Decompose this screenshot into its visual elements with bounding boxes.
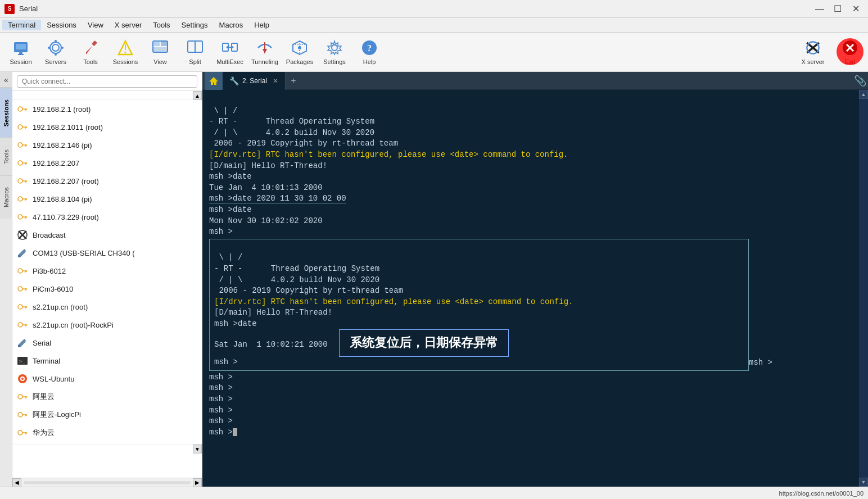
menu-bar: Terminal Sessions View X server Tools Se… xyxy=(0,18,868,33)
sidebar-scroll-up[interactable]: ▲ xyxy=(193,91,202,100)
tab-bar: 🔧 2. Serial ✕ + 📎 xyxy=(202,72,868,90)
menu-tools[interactable]: Tools xyxy=(147,20,175,30)
term-line-6: msh >date xyxy=(209,172,252,181)
term-line-7: Tue Jan 4 10:01:13 2000 xyxy=(209,183,323,192)
close-button[interactable]: ✕ xyxy=(848,3,864,15)
sidebar-item-ip7[interactable]: 47.110.73.229 (root) xyxy=(12,208,202,226)
term-line-19: Sat Jan 1 10:02:21 2000系统复位后，日期保存异常 xyxy=(214,340,509,349)
sidebar-item-ip3[interactable]: 192.168.2.146 (pi) xyxy=(12,136,202,154)
term-line-17: [D/main] Hello RT-Thread! xyxy=(214,308,332,317)
sessions-label: Sessions xyxy=(113,58,138,65)
sidebar-item-com13[interactable]: COM13 (USB-SERIAL CH340 ( xyxy=(12,244,202,262)
exit-button[interactable]: Exit xyxy=(837,38,864,65)
tab-serial-close[interactable]: ✕ xyxy=(273,77,278,85)
xserver-button[interactable]: X server xyxy=(794,34,832,69)
key-icon-4 xyxy=(17,157,28,169)
servers-label: Servers xyxy=(45,58,66,65)
sidebar-label-picm3: PiCm3-6010 xyxy=(33,285,73,293)
collapse-tab[interactable]: « xyxy=(0,72,12,88)
hscroll-right[interactable]: ▶ xyxy=(193,478,202,487)
sidebar-item-wsl[interactable]: WSL-Ubuntu xyxy=(12,370,202,388)
term-line-9: msh >date xyxy=(209,205,252,214)
svg-rect-16 xyxy=(161,41,168,46)
term-line-0: \ | / xyxy=(209,106,237,115)
sidebar-scroll-down[interactable]: ▼ xyxy=(193,444,202,453)
side-tab-container: « Sessions Tools Macros xyxy=(0,72,12,487)
sidebar-item-broadcast[interactable]: Broadcast xyxy=(12,226,202,244)
tab-add-button[interactable]: + xyxy=(286,72,301,90)
sessions-button[interactable]: Sessions xyxy=(109,34,142,69)
svg-text:?: ? xyxy=(367,43,372,53)
key-icon-9 xyxy=(17,283,28,294)
split-button[interactable]: Split xyxy=(179,34,211,69)
term-line-26: msh > xyxy=(209,416,233,425)
tools-side-tab[interactable]: Tools xyxy=(0,138,12,175)
view-button[interactable]: View xyxy=(144,34,177,69)
sidebar-item-pi3b[interactable]: Pi3b-6012 xyxy=(12,262,202,280)
sidebar-item-ip5[interactable]: 192.168.2.207 (root) xyxy=(12,172,202,190)
terminal-cursor xyxy=(233,428,237,436)
tab-serial[interactable]: 🔧 2. Serial ✕ xyxy=(223,72,286,90)
svg-point-56 xyxy=(18,179,22,183)
menu-view[interactable]: View xyxy=(82,20,109,30)
key-icon-14 xyxy=(17,427,28,438)
sidebar-item-aliyun[interactable]: 阿里云 xyxy=(12,388,202,406)
servers-button[interactable]: Servers xyxy=(39,34,72,69)
sidebar-item-s221[interactable]: s2.21up.cn (root) xyxy=(12,298,202,316)
vscroll-track xyxy=(859,99,868,478)
hscroll-track xyxy=(24,481,191,484)
hscroll-left[interactable]: ◀ xyxy=(12,478,21,487)
settings-button[interactable]: Settings xyxy=(318,34,351,69)
help-button[interactable]: ? Help xyxy=(353,34,386,69)
sidebar-label-ip6: 192.168.8.104 (pi) xyxy=(33,195,92,203)
maximize-button[interactable]: ☐ xyxy=(830,3,846,15)
menu-settings[interactable]: Settings xyxy=(176,20,214,30)
menu-sessions[interactable]: Sessions xyxy=(41,20,82,30)
sidebar-label-aliyun2: 阿里云-LogicPi xyxy=(33,410,81,420)
sidebar-item-terminal[interactable]: >_ Terminal xyxy=(12,352,202,370)
menu-help[interactable]: Help xyxy=(248,20,275,30)
sidebar-item-serial[interactable]: Serial xyxy=(12,334,202,352)
term-box-start: \ | / - RT - Thread Operating System / |… xyxy=(209,239,749,371)
tab-home-button[interactable] xyxy=(205,72,223,90)
sidebar-label-ip1: 192.168.2.1 (root) xyxy=(33,105,91,114)
menu-macros[interactable]: Macros xyxy=(214,20,249,30)
tunneling-button[interactable]: Tunneling xyxy=(248,34,281,69)
svg-point-84 xyxy=(18,323,22,327)
session-button[interactable]: Session xyxy=(4,34,37,69)
sidebar-item-s221rock[interactable]: s2.21up.cn (root)-RockPi xyxy=(12,316,202,334)
term-rtc-warning-2: [I/drv.rtc] RTC hasn't been configured, … xyxy=(214,297,573,306)
svg-point-31 xyxy=(332,45,337,51)
vscroll-up[interactable]: ▲ xyxy=(859,90,868,99)
sidebar-item-ip4[interactable]: 192.168.2.207 xyxy=(12,154,202,172)
tools-button[interactable]: Tools xyxy=(74,34,107,69)
svg-point-80 xyxy=(18,305,22,309)
svg-rect-3 xyxy=(18,54,24,55)
search-input[interactable] xyxy=(17,75,197,88)
menu-xserver[interactable]: X server xyxy=(109,20,147,30)
sidebar-item-aliyun2[interactable]: 阿里云-LogicPi xyxy=(12,406,202,424)
minimize-button[interactable]: — xyxy=(812,3,828,15)
session-icon xyxy=(12,39,30,57)
sidebar-hscroll[interactable]: ◀ ▶ xyxy=(12,478,202,487)
term-line-13: - RT - Thread Operating System xyxy=(214,264,379,273)
sidebar-item-ip6[interactable]: 192.168.8.104 (pi) xyxy=(12,190,202,208)
terminal-output[interactable]: \ | / - RT - Thread Operating System / |… xyxy=(202,90,868,487)
sidebar-item-huawei[interactable]: 华为云 xyxy=(12,424,202,442)
tunneling-icon xyxy=(256,39,274,57)
term-line-22: msh > xyxy=(209,373,233,382)
menu-terminal[interactable]: Terminal xyxy=(2,20,41,30)
term-line-21: msh > xyxy=(749,357,772,366)
attach-button[interactable]: 📎 xyxy=(852,72,868,90)
vscroll-down[interactable]: ▼ xyxy=(859,478,868,487)
packages-button[interactable]: Packages xyxy=(283,34,316,69)
sidebar-item-ip1[interactable]: 192.168.2.1 (root) xyxy=(12,100,202,118)
term-line-27: msh > xyxy=(209,428,237,437)
sidebar-item-ip2[interactable]: 192.168.2.1011 (root) xyxy=(12,118,202,136)
multiexec-button[interactable]: MultiExec xyxy=(214,34,246,69)
sidebar-item-picm3[interactable]: PiCm3-6010 xyxy=(12,280,202,298)
term-line-25: msh > xyxy=(209,406,233,415)
macros-side-tab[interactable]: Macros xyxy=(0,175,12,219)
term-line-18: msh >date xyxy=(214,319,257,328)
sessions-side-tab[interactable]: Sessions xyxy=(0,88,12,138)
